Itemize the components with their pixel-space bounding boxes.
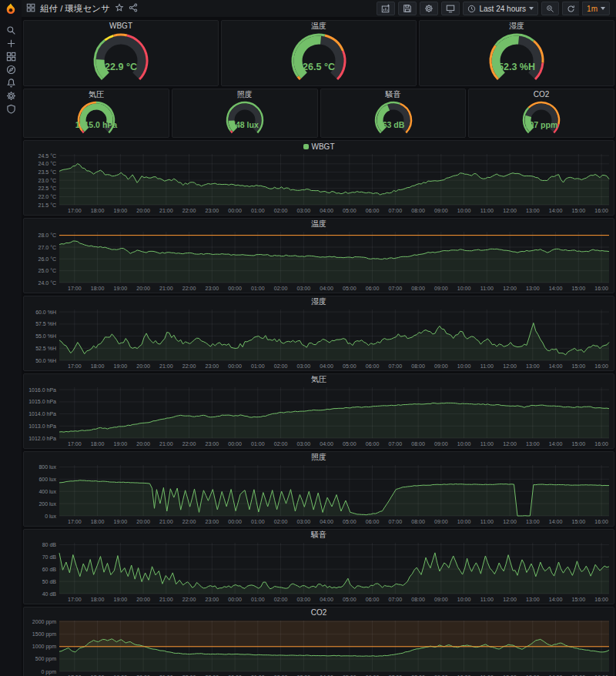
svg-text:23.5 °C: 23.5 °C <box>38 169 56 175</box>
noise-gauge: 63 dB <box>321 100 466 137</box>
svg-text:05:00: 05:00 <box>343 597 357 602</box>
grafana-logo-icon[interactable] <box>0 0 22 18</box>
svg-text:16:00: 16:00 <box>594 208 608 213</box>
svg-text:1015.0 hPa: 1015.0 hPa <box>28 399 56 404</box>
svg-text:10:00: 10:00 <box>457 286 471 291</box>
svg-text:10:00: 10:00 <box>457 363 471 369</box>
panel-title[interactable]: 気圧 <box>24 89 169 100</box>
svg-text:04:00: 04:00 <box>320 363 333 369</box>
explore-icon[interactable] <box>2 64 19 75</box>
svg-text:24.0 °C: 24.0 °C <box>38 280 56 286</box>
svg-text:12:00: 12:00 <box>503 441 517 447</box>
svg-text:09:00: 09:00 <box>434 597 448 602</box>
breadcrumb[interactable]: 組付 / 環境センサ <box>40 3 110 15</box>
temperature-chart-plot[interactable]: 28.0 °C27.0 °C26.0 °C25.0 °C24.0 °C17:00… <box>24 229 614 293</box>
svg-text:06:00: 06:00 <box>366 597 380 602</box>
share-icon[interactable] <box>129 2 138 15</box>
co2-chart-plot[interactable]: 2000 ppm1500 ppm1000 ppm500 ppm0 ppm17:0… <box>24 618 614 676</box>
chevron-down-icon <box>601 7 605 10</box>
panel-title[interactable]: 湿度 <box>24 296 614 307</box>
temperature-gauge: 26.5 °C <box>222 32 416 85</box>
svg-text:1000 ppm: 1000 ppm <box>32 644 56 650</box>
refresh-button[interactable] <box>562 2 579 15</box>
svg-text:08:00: 08:00 <box>411 441 425 447</box>
dashboard-settings-button[interactable] <box>420 2 438 15</box>
svg-text:05:00: 05:00 <box>343 286 357 291</box>
sidebar <box>0 0 22 676</box>
save-dashboard-button[interactable] <box>398 2 417 15</box>
svg-text:22.5 °C: 22.5 °C <box>38 186 56 191</box>
configuration-icon[interactable] <box>2 90 19 101</box>
svg-text:14:00: 14:00 <box>549 363 563 369</box>
legend-label[interactable]: WBGT <box>312 142 335 151</box>
svg-text:11:00: 11:00 <box>480 441 494 447</box>
server-admin-icon[interactable] <box>2 103 19 114</box>
svg-text:1500 ppm: 1500 ppm <box>32 631 56 638</box>
svg-text:00:00: 00:00 <box>228 441 242 447</box>
svg-text:20:00: 20:00 <box>136 363 150 369</box>
panel-title[interactable]: CO2 <box>469 89 614 100</box>
svg-text:24.0 °C: 24.0 °C <box>38 161 56 166</box>
create-icon[interactable] <box>2 38 19 49</box>
illuminance-chart-plot[interactable]: 800 lux600 lux400 lux200 lux0 lux17:0018… <box>24 463 614 526</box>
panel-title[interactable]: WBGT <box>24 21 218 32</box>
topbar: 組付 / 環境センサ <box>22 0 616 17</box>
svg-text:02:00: 02:00 <box>274 519 288 524</box>
svg-text:06:00: 06:00 <box>366 441 380 447</box>
svg-text:06:00: 06:00 <box>366 363 380 369</box>
breadcrumb-dashboard-icon <box>26 2 35 15</box>
svg-text:04:00: 04:00 <box>320 519 333 524</box>
panel-co2-chart: CO2 2000 ppm1500 ppm1000 ppm500 ppm0 ppm… <box>23 607 614 676</box>
svg-text:23:00: 23:00 <box>206 441 219 447</box>
svg-text:16:00: 16:00 <box>594 519 608 524</box>
time-range-picker[interactable]: Last 24 hours <box>463 2 538 15</box>
svg-text:55.0 %H: 55.0 %H <box>35 333 56 339</box>
alerting-icon[interactable] <box>2 77 19 88</box>
panel-title[interactable]: CO2 <box>24 607 614 618</box>
svg-text:50.0 %H: 50.0 %H <box>35 358 56 363</box>
panel-title[interactable]: 照度 <box>172 89 317 100</box>
wbgt-gauge: 22.9 °C <box>24 32 218 85</box>
time-range-label: Last 24 hours <box>479 5 526 13</box>
svg-text:00:00: 00:00 <box>228 363 242 369</box>
panel-title[interactable]: 気圧 <box>24 374 614 385</box>
svg-text:21.5 °C: 21.5 °C <box>38 202 56 208</box>
chart-legend[interactable]: WBGT <box>24 141 614 152</box>
refresh-interval-picker[interactable]: 1m <box>582 2 610 15</box>
svg-text:03:00: 03:00 <box>297 597 311 602</box>
svg-text:25.0 °C: 25.0 °C <box>38 268 56 273</box>
dashboard-grid: WBGT 22.9 °C 温度 26.5 °C 湿度 52.3 %H 気圧 10… <box>22 17 616 676</box>
panel-title[interactable]: 温度 <box>24 219 614 229</box>
dashboards-icon[interactable] <box>2 51 19 62</box>
panel-title[interactable]: 騒音 <box>321 89 466 100</box>
wbgt-chart-plot[interactable]: 24.5 °C24.0 °C23.5 °C23.0 °C22.5 °C22.0 … <box>24 152 614 215</box>
svg-text:22:00: 22:00 <box>182 597 196 602</box>
panel-pressure-gauge: 気圧 1015.0 hPa <box>23 89 169 138</box>
panel-title[interactable]: 騒音 <box>24 530 614 540</box>
svg-text:13:00: 13:00 <box>526 519 540 524</box>
zoom-out-time-button[interactable] <box>541 2 559 15</box>
svg-text:12:00: 12:00 <box>503 519 517 524</box>
svg-text:20:00: 20:00 <box>136 519 150 524</box>
svg-text:14:00: 14:00 <box>549 519 563 524</box>
svg-text:05:00: 05:00 <box>343 208 357 213</box>
noise-chart-plot[interactable]: 80 dB70 dB60 dB50 dB40 dB17:0018:0019:00… <box>24 540 614 604</box>
panel-title[interactable]: 温度 <box>222 21 416 32</box>
humidity-chart-plot[interactable]: 60.0 %H57.5 %H55.0 %H52.5 %H50.0 %H17:00… <box>24 307 614 370</box>
tv-mode-button[interactable] <box>441 2 460 15</box>
svg-text:04:00: 04:00 <box>320 597 333 602</box>
svg-text:15:00: 15:00 <box>572 363 586 369</box>
svg-text:09:00: 09:00 <box>434 519 448 524</box>
search-icon[interactable] <box>2 25 19 35</box>
panel-title[interactable]: 湿度 <box>420 21 614 32</box>
add-panel-button[interactable] <box>377 2 395 15</box>
svg-text:60.0 %H: 60.0 %H <box>35 310 56 315</box>
pressure-chart-plot[interactable]: 1016.0 hPa1015.0 hPa1014.0 hPa1013.0 hPa… <box>24 385 614 448</box>
panel-pressure-chart: 気圧 1016.0 hPa1015.0 hPa1014.0 hPa1013.0 … <box>23 373 614 449</box>
star-icon[interactable] <box>115 2 124 15</box>
svg-text:19:00: 19:00 <box>114 441 128 447</box>
svg-text:01:00: 01:00 <box>251 208 265 213</box>
svg-text:20:00: 20:00 <box>136 286 150 291</box>
svg-text:14:00: 14:00 <box>549 208 563 213</box>
panel-title[interactable]: 照度 <box>24 452 614 463</box>
